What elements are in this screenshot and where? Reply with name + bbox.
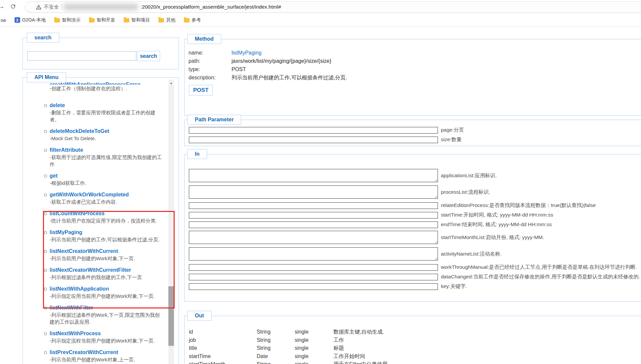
bookmark-label: 智和开发 (97, 17, 115, 23)
api-method-link[interactable]: createWithApplicationProcessForce (50, 81, 141, 85)
bookmark-folder[interactable]: 智和开发 (89, 17, 115, 23)
bookmark-o2oa[interactable]: 2 O2OA-本地 (15, 17, 46, 23)
api-method-link[interactable]: listNextWithFilter (50, 305, 93, 310)
out-field-desc: 数据库主键,自动生成. (333, 328, 641, 336)
o2oa-favicon: 2 (15, 17, 20, 23)
method-row-label: type: (189, 65, 232, 73)
in-field-textarea[interactable] (189, 185, 438, 199)
out-field-name: startTimeMonth (189, 360, 257, 364)
out-field-name: job (189, 336, 257, 344)
api-menu-item: listPrevCreatorWithCurrent-列示当前用户创建的Work… (23, 349, 167, 363)
out-row: titleStringsingle标题 (189, 344, 641, 352)
out-field-name: startTime (189, 352, 257, 361)
url-text: :20020/x_processplatform_assemble_surfac… (141, 4, 281, 10)
scrollbar-up-icon[interactable]: ▲ (168, 80, 174, 86)
bullet-icon (44, 269, 47, 272)
bookmark-label: 智和项目 (131, 17, 150, 23)
in-field-input[interactable] (189, 283, 438, 290)
address-separator (62, 4, 62, 10)
in-field-input[interactable] (189, 202, 438, 209)
reload-icon[interactable] (10, 3, 17, 10)
method-panel-legend: Method (187, 34, 221, 44)
in-field-row: activityNameList:活动名称. (189, 247, 640, 261)
api-menu-item: delete-删除工作，需要应用管理权限或者是工作的创建者。 (23, 102, 167, 123)
bullet-icon (44, 288, 47, 291)
bookmark-folder[interactable]: 智和项目 (124, 17, 150, 23)
bookmark-folder[interactable]: 其他 (158, 17, 175, 23)
scrollbar-track[interactable]: ▲ (168, 80, 174, 364)
api-method-link[interactable]: listNextWithApplication (50, 286, 109, 292)
address-bar[interactable]: 不安全 :20020/x_processplatform_assemble_su… (25, 1, 641, 13)
api-menu-item-title: listNextCreatorWithCurrent (50, 248, 165, 255)
api-method-desc: -Mock Get To Delete. (50, 135, 165, 142)
bookmark-folder[interactable]: 参考 (184, 17, 201, 23)
scrollbar-thumb[interactable] (168, 286, 174, 346)
path-parameter-input[interactable] (189, 127, 438, 134)
search-input[interactable] (27, 51, 136, 61)
in-field-input[interactable] (189, 212, 438, 219)
api-method-link[interactable]: listNextCreatorWithCurrentFilter (50, 267, 131, 273)
bullet-icon (44, 231, 47, 234)
api-menu-item-title: createWithApplicationProcessForce (50, 81, 165, 85)
field-label: workThroughManual:是否已经经过人工节点,用于判断是否是草稿.在… (441, 264, 637, 271)
bookmark-folder[interactable]: 智和演示 (54, 17, 80, 23)
folder-icon (54, 18, 60, 22)
api-method-link[interactable]: listPrevCreatorWithCurrent (50, 349, 118, 355)
in-field-row: startTimeMonthList:启动月份, 格式: yyyy-MM. (189, 231, 640, 244)
method-row: name:listMyPaging (189, 49, 347, 57)
out-field-name: title (189, 344, 257, 352)
out-field-type: String (257, 328, 295, 336)
api-method-link[interactable]: listCountWithProcess (50, 211, 105, 216)
api-method-link[interactable]: listNextWithProcess (50, 331, 101, 336)
api-method-desc: -创建工作（强制创建存在的流程）. (50, 85, 165, 92)
path-parameter-legend: Path Parameter (187, 115, 241, 125)
bullet-icon (44, 351, 47, 354)
method-detail-rows: name:listMyPagingpath:jaxrs/work/list/my… (189, 49, 347, 82)
bullet-icon (44, 175, 47, 178)
post-button[interactable]: POST (189, 85, 213, 96)
api-method-desc: -根据id获取工作. (50, 180, 165, 186)
api-method-link[interactable]: listMyPaging (50, 229, 82, 235)
in-field-textarea[interactable] (189, 247, 438, 261)
field-label: applicationList:应用标识. (441, 172, 497, 179)
api-method-link[interactable]: delete (50, 102, 65, 108)
out-table: idStringsingle数据库主键,自动生成.jobStringsingle… (189, 328, 641, 364)
api-method-desc: -列示当前用户创建的Work对象,上一页. (50, 356, 165, 363)
in-field-input[interactable] (189, 264, 438, 271)
in-field-input[interactable] (189, 222, 438, 228)
in-field-textarea[interactable] (189, 231, 438, 244)
out-field-type: Date (257, 352, 295, 361)
api-method-desc: -列示当前用户创建的Work对象,下一页. (50, 255, 165, 262)
field-label: dataChanged:当前工作是否经过保存修改的操作,用于判断是否是默认生成的… (441, 273, 640, 280)
field-label: processList:流程标识. (441, 189, 490, 196)
search-button[interactable]: search (137, 51, 160, 61)
api-method-link[interactable]: listNextCreatorWithCurrent (50, 248, 118, 254)
api-menu-item: listNextWithApplication-列示指定应用当前用户创建的Wor… (23, 285, 167, 300)
api-method-desc: -列示指定应用当前用户创建的Work对象,下一页. (50, 293, 165, 300)
bookmark-oa[interactable]: oa (1, 18, 6, 23)
api-method-link[interactable]: filterAttribute (50, 147, 83, 153)
in-field-input[interactable] (189, 274, 438, 280)
api-menu-item-title: listNextCreatorWithCurrentFilter (50, 266, 165, 273)
bookmark-label: 其他 (166, 17, 175, 23)
out-panel-legend: Out (187, 311, 212, 321)
api-method-desc: -列示指定流程当前用户创建的Work对象,下一页. (50, 337, 165, 344)
api-method-link[interactable]: deleteMockDeleteToGet (50, 128, 109, 134)
bookmark-label: 参考 (192, 17, 201, 23)
method-row-value: POST (232, 65, 246, 73)
method-row-label: description: (189, 73, 232, 82)
out-field-type: String (257, 344, 295, 352)
forward-icon[interactable]: → (0, 2, 5, 10)
api-menu-item: listNextCreatorWithCurrentFilter-列示根据过滤条… (23, 266, 167, 281)
api-method-desc: -列示根据过滤条件的我创建的工作,下一页 (50, 274, 165, 281)
method-row-value[interactable]: listMyPaging (232, 49, 262, 57)
api-menu-item-title: get (50, 172, 165, 179)
api-method-link[interactable]: get (50, 173, 58, 179)
api-method-link[interactable]: getWithWorkOrWorkCompleted (50, 192, 129, 197)
bullet-icon (44, 212, 47, 215)
api-menu-item: listNextCreatorWithCurrent-列示当前用户创建的Work… (23, 248, 167, 262)
in-field-textarea[interactable] (189, 169, 438, 182)
field-label: size:数量 (441, 136, 462, 143)
path-parameter-input[interactable] (189, 137, 438, 143)
warning-icon (36, 5, 41, 10)
